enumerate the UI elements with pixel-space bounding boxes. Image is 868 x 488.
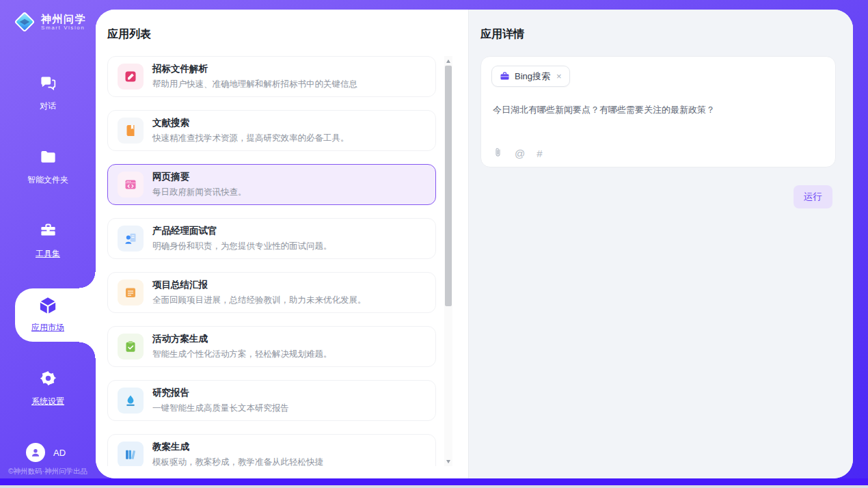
- app-name: 教案生成: [152, 441, 323, 453]
- bubble-fillet-top: [79, 272, 96, 288]
- app-detail-title: 应用详情: [480, 27, 524, 42]
- sidebar-item-label: 应用市场: [31, 323, 64, 332]
- ink-bottle-icon: [118, 388, 144, 414]
- note-icon: [118, 280, 144, 306]
- clipboard-check-icon: [118, 334, 144, 360]
- diamond-logo-icon: [14, 11, 36, 33]
- sidebar: 神州问学 Smart Vision 对话 智能文件夹: [0, 0, 96, 478]
- app-name: 活动方案生成: [152, 333, 332, 345]
- attachment-icon[interactable]: [493, 147, 503, 159]
- app-list-panel: 应用列表 招标文件解析 帮助用户快速、准确地理解和解析招标书中的关键信息: [96, 10, 468, 478]
- app-card-bid-analysis[interactable]: 招标文件解析 帮助用户快速、准确地理解和解析招标书中的关键信息: [107, 56, 436, 97]
- bottom-accent-bar: [0, 478, 868, 485]
- app-name: 文献搜索: [152, 117, 349, 129]
- app-card-literature-search[interactable]: 文献搜索 快速精准查找学术资源，提高研究效率的必备工具。: [107, 110, 436, 151]
- tool-tag-label: Bing搜索: [515, 70, 550, 83]
- run-button[interactable]: 运行: [794, 185, 832, 208]
- mention-icon[interactable]: @: [515, 148, 525, 159]
- app-list-scrollbar[interactable]: [444, 56, 452, 466]
- toolbox-icon: [0, 221, 96, 242]
- app-desc: 全面回顾项目进展，总结经验教训，助力未来优化发展。: [152, 295, 366, 306]
- edit-document-icon: [118, 64, 144, 90]
- sidebar-item-label: 系统设置: [31, 396, 64, 406]
- chat-icon: [0, 74, 96, 94]
- app-list: 招标文件解析 帮助用户快速、准确地理解和解析招标书中的关键信息 文献搜索 快速精…: [107, 56, 436, 466]
- sidebar-item-smart-folders[interactable]: 智能文件夹: [0, 148, 96, 186]
- bubble-fillet-bottom: [79, 342, 96, 358]
- app-name: 网页摘要: [152, 171, 247, 183]
- app-desc: 模板驱动，教案秒成，教学准备从此轻松快捷: [152, 457, 323, 466]
- books-icon: [118, 442, 144, 466]
- app-desc: 每日政府新闻资讯快查。: [152, 187, 247, 198]
- prompt-text[interactable]: 今日湖北有哪些新闻要点？有哪些需要关注的最新政策？: [493, 103, 824, 116]
- app-name: 项目总结汇报: [152, 279, 366, 291]
- app-list-title: 应用列表: [107, 27, 151, 42]
- sidebar-item-app-market[interactable]: 应用市场: [0, 295, 96, 334]
- scroll-down-arrow-icon[interactable]: [444, 457, 452, 466]
- person-icon: [29, 446, 42, 459]
- copyright-text: ©神州数码·神州问学出品: [0, 467, 96, 476]
- prompt-card: Bing搜索 × 今日湖北有哪些新闻要点？有哪些需要关注的最新政策？ @ #: [480, 56, 836, 167]
- tool-tag-bing-search[interactable]: Bing搜索 ×: [491, 66, 570, 87]
- user-account[interactable]: AD: [26, 443, 66, 462]
- book-icon: [118, 118, 144, 144]
- app-desc: 一键智能生成高质量长文本研究报告: [152, 403, 289, 414]
- app-card-event-plan[interactable]: 活动方案生成 智能生成个性化活动方案，轻松解决规划难题。: [107, 326, 436, 367]
- app-name: 研究报告: [152, 387, 289, 399]
- app-card-lesson-plan[interactable]: 教案生成 模板驱动，教案秒成，教学准备从此轻松快捷: [107, 434, 436, 466]
- briefcase-icon: [500, 71, 510, 81]
- app-card-pm-interviewer[interactable]: 产品经理面试官 明确身份和职责，为您提供专业性的面试问题。: [107, 218, 436, 259]
- sidebar-item-settings[interactable]: 系统设置: [0, 369, 96, 407]
- avatar: [26, 443, 45, 462]
- app-card-web-summary[interactable]: 网页摘要 每日政府新闻资讯快查。: [107, 164, 436, 205]
- brand-subtitle: Smart Vision: [41, 25, 86, 31]
- gear-icon: [0, 369, 96, 390]
- folder-icon: [0, 148, 96, 168]
- cube-icon: [0, 295, 96, 316]
- tag-close-icon[interactable]: ×: [555, 71, 562, 81]
- brand-name: 神州问学: [41, 13, 86, 25]
- main-content: 应用列表 招标文件解析 帮助用户快速、准确地理解和解析招标书中的关键信息: [96, 10, 853, 478]
- sidebar-item-toolset[interactable]: 工具集: [0, 221, 96, 260]
- app-card-research-report[interactable]: 研究报告 一键智能生成高质量长文本研究报告: [107, 380, 436, 421]
- sidebar-item-label: 对话: [40, 101, 56, 111]
- sidebar-item-label: 智能文件夹: [27, 175, 68, 185]
- app-name: 招标文件解析: [152, 63, 357, 75]
- sidebar-item-label: 工具集: [36, 249, 60, 258]
- brand-logo: 神州问学 Smart Vision: [14, 11, 86, 33]
- app-desc: 帮助用户快速、准确地理解和解析招标书中的关键信息: [152, 79, 357, 90]
- app-name: 产品经理面试官: [152, 225, 332, 237]
- interviewer-icon: [118, 226, 144, 252]
- app-card-project-summary[interactable]: 项目总结汇报 全面回顾项目进展，总结经验教训，助力未来优化发展。: [107, 272, 436, 313]
- scrollbar-thumb[interactable]: [445, 66, 452, 306]
- app-desc: 快速精准查找学术资源，提高研究效率的必备工具。: [152, 133, 349, 144]
- app-desc: 智能生成个性化活动方案，轻松解决规划难题。: [152, 349, 332, 360]
- app-detail-panel: 应用详情 Bing搜索 × 今日湖北有哪些新闻要点？有哪些需要关注的最新政策？: [468, 10, 853, 478]
- browser-code-icon: [118, 172, 144, 198]
- user-initials: AD: [53, 448, 66, 458]
- sidebar-item-chat[interactable]: 对话: [0, 74, 96, 112]
- hash-icon[interactable]: #: [537, 148, 542, 159]
- scroll-up-arrow-icon[interactable]: [444, 56, 452, 66]
- prompt-actions: @ #: [493, 147, 543, 159]
- app-desc: 明确身份和职责，为您提供专业性的面试问题。: [152, 241, 332, 252]
